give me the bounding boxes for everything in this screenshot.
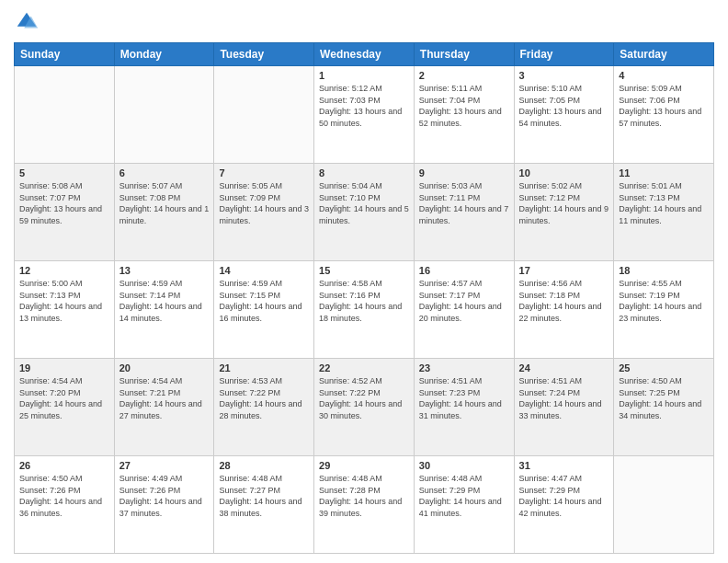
calendar-cell: 5 Sunrise: 5:08 AMSunset: 7:07 PMDayligh… (15, 164, 115, 261)
day-number: 12 (19, 265, 109, 276)
day-info: Sunrise: 4:48 AMSunset: 7:28 PMDaylight:… (319, 473, 409, 519)
calendar-cell: 31 Sunrise: 4:47 AMSunset: 7:29 PMDaylig… (514, 456, 614, 554)
day-info: Sunrise: 5:09 AMSunset: 7:06 PMDaylight:… (619, 83, 709, 129)
calendar-cell: 11 Sunrise: 5:01 AMSunset: 7:13 PMDaylig… (614, 164, 714, 261)
day-number: 25 (619, 362, 709, 373)
logo-icon (14, 9, 40, 35)
calendar-cell: 18 Sunrise: 4:55 AMSunset: 7:19 PMDaylig… (614, 261, 714, 359)
day-number: 9 (419, 167, 509, 178)
calendar-header-wednesday: Wednesday (314, 43, 415, 66)
calendar-cell: 29 Sunrise: 4:48 AMSunset: 7:28 PMDaylig… (314, 456, 415, 554)
day-info: Sunrise: 4:52 AMSunset: 7:22 PMDaylight:… (319, 375, 409, 421)
day-info: Sunrise: 5:11 AMSunset: 7:04 PMDaylight:… (419, 83, 509, 129)
calendar-cell: 8 Sunrise: 5:04 AMSunset: 7:10 PMDayligh… (314, 164, 415, 261)
day-number: 20 (119, 362, 210, 373)
day-number: 22 (319, 362, 409, 373)
day-number: 13 (119, 265, 210, 276)
calendar-row: 19 Sunrise: 4:54 AMSunset: 7:20 PMDaylig… (15, 359, 714, 456)
calendar-cell: 9 Sunrise: 5:03 AMSunset: 7:11 PMDayligh… (414, 164, 514, 261)
header (14, 9, 714, 35)
day-number: 18 (619, 265, 709, 276)
calendar-cell (15, 66, 115, 164)
calendar-cell: 28 Sunrise: 4:48 AMSunset: 7:27 PMDaylig… (214, 456, 314, 554)
day-number: 4 (619, 70, 709, 81)
calendar-cell: 14 Sunrise: 4:59 AMSunset: 7:15 PMDaylig… (214, 261, 314, 359)
day-info: Sunrise: 4:56 AMSunset: 7:18 PMDaylight:… (519, 278, 609, 324)
calendar-header-row: SundayMondayTuesdayWednesdayThursdayFrid… (15, 43, 714, 66)
calendar-cell: 6 Sunrise: 5:07 AMSunset: 7:08 PMDayligh… (114, 164, 214, 261)
day-number: 6 (119, 167, 210, 178)
calendar-cell: 1 Sunrise: 5:12 AMSunset: 7:03 PMDayligh… (314, 66, 415, 164)
day-number: 15 (319, 265, 409, 276)
day-info: Sunrise: 4:59 AMSunset: 7:15 PMDaylight:… (219, 278, 309, 324)
day-info: Sunrise: 5:05 AMSunset: 7:09 PMDaylight:… (219, 180, 309, 226)
day-info: Sunrise: 5:03 AMSunset: 7:11 PMDaylight:… (419, 180, 509, 226)
calendar-cell: 12 Sunrise: 5:00 AMSunset: 7:13 PMDaylig… (15, 261, 115, 359)
calendar-header-sunday: Sunday (15, 43, 115, 66)
calendar-cell: 4 Sunrise: 5:09 AMSunset: 7:06 PMDayligh… (614, 66, 714, 164)
day-number: 21 (219, 362, 309, 373)
day-info: Sunrise: 4:50 AMSunset: 7:25 PMDaylight:… (619, 375, 709, 421)
day-number: 11 (619, 167, 709, 178)
calendar-cell: 21 Sunrise: 4:53 AMSunset: 7:22 PMDaylig… (214, 359, 314, 456)
calendar-cell: 20 Sunrise: 4:54 AMSunset: 7:21 PMDaylig… (114, 359, 214, 456)
calendar-cell: 13 Sunrise: 4:59 AMSunset: 7:14 PMDaylig… (114, 261, 214, 359)
calendar-cell: 27 Sunrise: 4:49 AMSunset: 7:26 PMDaylig… (114, 456, 214, 554)
day-info: Sunrise: 5:07 AMSunset: 7:08 PMDaylight:… (119, 180, 210, 226)
day-info: Sunrise: 4:53 AMSunset: 7:22 PMDaylight:… (219, 375, 309, 421)
calendar-cell: 3 Sunrise: 5:10 AMSunset: 7:05 PMDayligh… (514, 66, 614, 164)
day-number: 5 (19, 167, 109, 178)
calendar-cell: 22 Sunrise: 4:52 AMSunset: 7:22 PMDaylig… (314, 359, 415, 456)
day-info: Sunrise: 5:04 AMSunset: 7:10 PMDaylight:… (319, 180, 409, 226)
day-number: 26 (19, 460, 109, 471)
day-number: 7 (219, 167, 309, 178)
calendar-cell: 10 Sunrise: 5:02 AMSunset: 7:12 PMDaylig… (514, 164, 614, 261)
calendar-cell: 30 Sunrise: 4:48 AMSunset: 7:29 PMDaylig… (414, 456, 514, 554)
calendar-cell: 23 Sunrise: 4:51 AMSunset: 7:23 PMDaylig… (414, 359, 514, 456)
logo (14, 9, 43, 35)
day-info: Sunrise: 4:50 AMSunset: 7:26 PMDaylight:… (19, 473, 109, 519)
day-info: Sunrise: 5:02 AMSunset: 7:12 PMDaylight:… (519, 180, 609, 226)
calendar-cell: 15 Sunrise: 4:58 AMSunset: 7:16 PMDaylig… (314, 261, 415, 359)
calendar-header-friday: Friday (514, 43, 614, 66)
day-info: Sunrise: 4:54 AMSunset: 7:21 PMDaylight:… (119, 375, 210, 421)
calendar-cell: 25 Sunrise: 4:50 AMSunset: 7:25 PMDaylig… (614, 359, 714, 456)
day-info: Sunrise: 4:47 AMSunset: 7:29 PMDaylight:… (519, 473, 609, 519)
calendar-cell: 16 Sunrise: 4:57 AMSunset: 7:17 PMDaylig… (414, 261, 514, 359)
day-info: Sunrise: 4:51 AMSunset: 7:23 PMDaylight:… (419, 375, 509, 421)
day-number: 27 (119, 460, 210, 471)
calendar-header-thursday: Thursday (414, 43, 514, 66)
calendar-row: 12 Sunrise: 5:00 AMSunset: 7:13 PMDaylig… (15, 261, 714, 359)
day-number: 10 (519, 167, 609, 178)
calendar-cell: 17 Sunrise: 4:56 AMSunset: 7:18 PMDaylig… (514, 261, 614, 359)
day-info: Sunrise: 4:48 AMSunset: 7:29 PMDaylight:… (419, 473, 509, 519)
day-number: 2 (419, 70, 509, 81)
day-info: Sunrise: 4:51 AMSunset: 7:24 PMDaylight:… (519, 375, 609, 421)
day-info: Sunrise: 4:48 AMSunset: 7:27 PMDaylight:… (219, 473, 309, 519)
calendar-cell: 24 Sunrise: 4:51 AMSunset: 7:24 PMDaylig… (514, 359, 614, 456)
day-number: 3 (519, 70, 609, 81)
day-number: 23 (419, 362, 509, 373)
calendar-header-monday: Monday (114, 43, 214, 66)
day-number: 29 (319, 460, 409, 471)
day-number: 1 (319, 70, 409, 81)
day-info: Sunrise: 5:01 AMSunset: 7:13 PMDaylight:… (619, 180, 709, 226)
day-info: Sunrise: 4:59 AMSunset: 7:14 PMDaylight:… (119, 278, 210, 324)
calendar-cell (114, 66, 214, 164)
day-info: Sunrise: 4:49 AMSunset: 7:26 PMDaylight:… (119, 473, 210, 519)
day-number: 31 (519, 460, 609, 471)
day-number: 16 (419, 265, 509, 276)
day-info: Sunrise: 4:57 AMSunset: 7:17 PMDaylight:… (419, 278, 509, 324)
calendar-table: SundayMondayTuesdayWednesdayThursdayFrid… (14, 42, 714, 554)
calendar-cell (614, 456, 714, 554)
page: SundayMondayTuesdayWednesdayThursdayFrid… (0, 0, 728, 563)
day-number: 24 (519, 362, 609, 373)
calendar-row: 26 Sunrise: 4:50 AMSunset: 7:26 PMDaylig… (15, 456, 714, 554)
day-number: 30 (419, 460, 509, 471)
day-info: Sunrise: 4:54 AMSunset: 7:20 PMDaylight:… (19, 375, 109, 421)
calendar-header-saturday: Saturday (614, 43, 714, 66)
day-info: Sunrise: 5:12 AMSunset: 7:03 PMDaylight:… (319, 83, 409, 129)
day-info: Sunrise: 4:55 AMSunset: 7:19 PMDaylight:… (619, 278, 709, 324)
day-info: Sunrise: 5:00 AMSunset: 7:13 PMDaylight:… (19, 278, 109, 324)
day-info: Sunrise: 5:10 AMSunset: 7:05 PMDaylight:… (519, 83, 609, 129)
